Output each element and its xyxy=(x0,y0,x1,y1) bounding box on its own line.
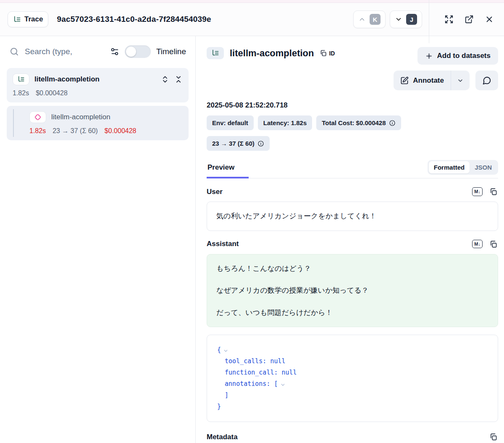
copy-icon xyxy=(489,188,497,196)
collapse-all-icon[interactable] xyxy=(174,75,183,84)
close-icon xyxy=(485,15,494,24)
trace-root-name: litellm-acompletion xyxy=(34,75,156,84)
trace-tree-sidebar: Timeline litellm-acompletion 1.82s xyxy=(0,36,196,443)
user-message-box: 気の利いたアメリカンジョークをかましてくれ！ xyxy=(207,202,498,231)
copy-assistant-content-button[interactable] xyxy=(488,239,498,249)
info-icon xyxy=(389,120,396,126)
assistant-section-title: Assistant xyxy=(207,240,239,248)
generation-node-badge xyxy=(29,111,46,123)
info-icon xyxy=(257,140,264,147)
comments-button[interactable] xyxy=(475,71,498,90)
json-line: function_call: null xyxy=(217,367,297,378)
json-line: ] xyxy=(217,390,228,401)
tree-item-trace-root[interactable]: litellm-acompletion 1.82s $0.000428 xyxy=(7,68,189,102)
search-input[interactable] xyxy=(25,47,105,56)
copy-icon xyxy=(489,433,497,441)
tab-preview[interactable]: Preview xyxy=(207,163,249,178)
tree-item-generation[interactable]: litellm-acompletion 1.82s 23 → 37 (Σ 60)… xyxy=(7,106,189,140)
json-line: tool_calls: null xyxy=(217,356,286,367)
comment-bubble-icon xyxy=(482,76,491,85)
trace-header: Trace 9ac57023-6131-41c0-a2da-7f28445403… xyxy=(0,3,504,36)
generation-latency: 1.82s xyxy=(29,127,46,135)
token-usage-badge[interactable]: 23 → 37 (Σ 60) xyxy=(207,136,270,151)
trace-id: 9ac57023-6131-41c0-a2da-7f284454039e xyxy=(57,15,349,24)
chevron-up-icon xyxy=(358,16,366,23)
format-json-option[interactable]: JSON xyxy=(470,161,497,173)
add-to-datasets-button[interactable]: Add to datasets xyxy=(417,47,498,65)
copy-user-content-button[interactable] xyxy=(488,187,498,197)
search-row: Timeline xyxy=(7,43,189,62)
collapse-chevron-icon[interactable] xyxy=(280,382,286,388)
env-badge: Env: default xyxy=(207,115,254,130)
id-label: ID xyxy=(329,50,335,57)
trace-cost: $0.000428 xyxy=(36,89,68,97)
assistant-paragraph: もちろん！こんなのはどう？ xyxy=(216,263,488,274)
observation-detail-panel: litellm-acompletion ID Add to datasets xyxy=(196,36,504,443)
observation-timestamp: 2025-05-08 21:52:20.718 xyxy=(207,101,498,110)
generation-name: litellm-acompletion xyxy=(51,113,110,121)
generation-tokens: 23 → 37 (Σ 60) xyxy=(52,127,98,135)
generation-cost: $0.000428 xyxy=(105,127,136,135)
expand-fullscreen-button[interactable] xyxy=(442,12,456,26)
annotate-button[interactable]: Annotate xyxy=(394,71,470,90)
add-to-datasets-label: Add to datasets xyxy=(437,52,491,60)
annotate-dropdown-chevron-icon[interactable] xyxy=(451,77,470,84)
output-json-box: { tool_calls: null function_call: null a… xyxy=(207,335,498,422)
search-icon xyxy=(9,47,19,57)
format-formatted-option[interactable]: Formatted xyxy=(429,161,470,173)
assistant-message-box: もちろん！こんなのはどう？ なぜアメリカの数学の授業が嫌いか知ってる？ だって、… xyxy=(207,254,498,328)
assistant-paragraph: なぜアメリカの数学の授業が嫌いか知ってる？ xyxy=(216,285,488,296)
copy-icon xyxy=(489,240,497,248)
tree-indent-line xyxy=(13,109,14,137)
annotate-label: Annotate xyxy=(413,76,444,85)
timeline-label: Timeline xyxy=(156,47,186,56)
metadata-section-title: Metadata xyxy=(207,433,238,441)
observation-title: litellm-acompletion xyxy=(230,48,314,59)
copy-metadata-button[interactable] xyxy=(488,432,498,442)
json-line: { xyxy=(217,344,221,356)
copy-id-button[interactable]: ID xyxy=(320,50,335,57)
filter-settings-icon[interactable] xyxy=(110,47,119,56)
assistant-paragraph: だって、いつも問題だらけだから！ xyxy=(216,307,488,318)
open-in-new-window-button[interactable] xyxy=(462,12,476,26)
format-switcher: Formatted JSON xyxy=(428,160,498,175)
trace-latency: 1.82s xyxy=(13,89,29,97)
prev-observation-button[interactable]: K xyxy=(353,10,386,28)
total-cost-badge[interactable]: Total Cost: $0.000428 xyxy=(316,115,401,130)
observation-type-badge xyxy=(207,47,224,59)
json-line: annotations: [ xyxy=(217,378,278,390)
edit-pencil-icon xyxy=(400,76,409,85)
chevron-down-icon xyxy=(395,16,402,23)
shortcut-key-k: K xyxy=(370,14,381,25)
trace-label: Trace xyxy=(24,15,43,24)
latency-badge: Latency: 1.82s xyxy=(258,115,312,130)
trace-node-badge xyxy=(13,73,29,85)
close-button[interactable] xyxy=(482,12,496,26)
markdown-toggle-icon[interactable]: M↓ xyxy=(472,240,483,248)
markdown-toggle-icon[interactable]: M↓ xyxy=(472,187,483,196)
expand-all-icon[interactable] xyxy=(161,75,169,84)
copy-icon xyxy=(320,50,327,57)
next-observation-button[interactable]: J xyxy=(390,10,422,28)
shortcut-key-j: J xyxy=(406,14,417,25)
trace-type-badge: Trace xyxy=(8,11,48,27)
collapse-chevron-icon[interactable] xyxy=(223,348,228,354)
plus-icon xyxy=(425,52,433,60)
list-tree-icon xyxy=(13,16,21,24)
timeline-toggle[interactable] xyxy=(125,45,151,58)
user-message-text: 気の利いたアメリカンジョークをかましてくれ！ xyxy=(216,212,376,220)
expand-icon xyxy=(444,15,454,24)
external-link-icon xyxy=(465,15,474,24)
user-section-title: User xyxy=(207,188,223,196)
window-accent-strip xyxy=(0,0,504,3)
json-line: } xyxy=(217,401,221,412)
